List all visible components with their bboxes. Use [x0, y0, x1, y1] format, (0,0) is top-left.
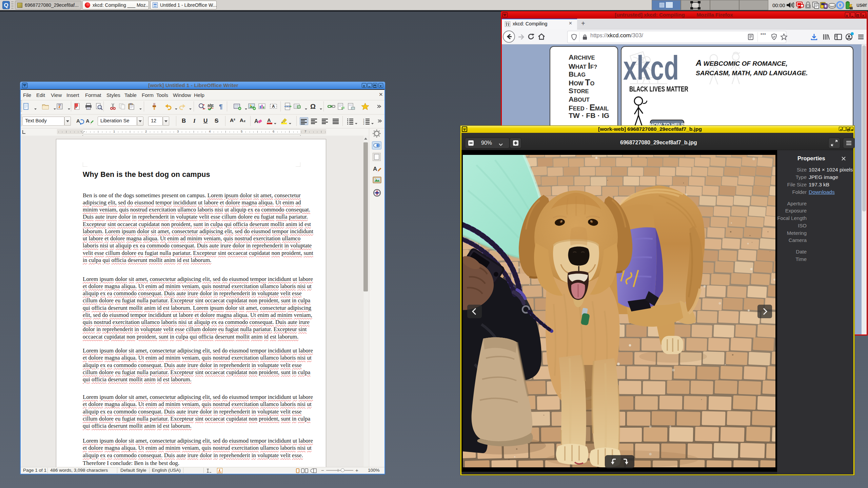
svg-text:A: A: [76, 118, 80, 124]
svg-text:4.: 4.: [363, 123, 365, 125]
svg-text:A: A: [254, 118, 258, 124]
svg-text:Ω: Ω: [310, 103, 316, 110]
svg-text:c: c: [212, 103, 214, 108]
svg-text:A: A: [373, 166, 377, 172]
svg-text:A: A: [272, 104, 275, 109]
svg-text:A: A: [86, 118, 90, 124]
svg-text:A: A: [75, 106, 77, 108]
svg-text:A: A: [267, 117, 271, 123]
svg-text:¶: ¶: [219, 103, 223, 110]
